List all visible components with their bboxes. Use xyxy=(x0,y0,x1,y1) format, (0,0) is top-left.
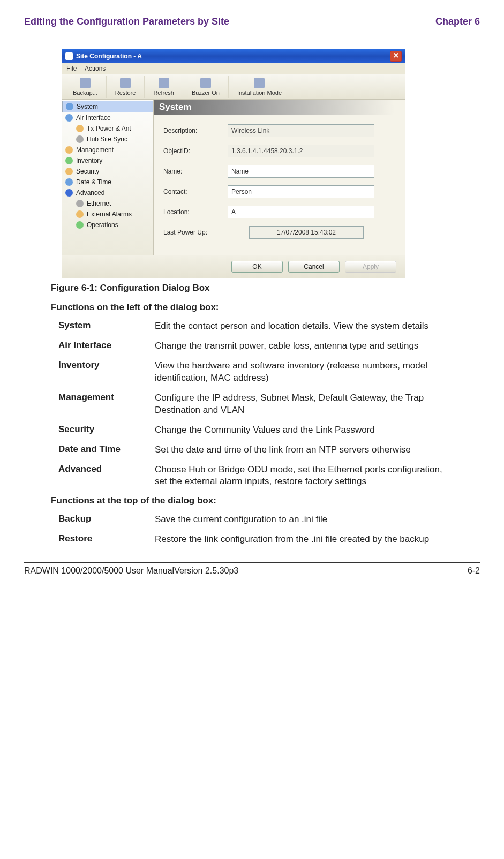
last-power-label: Last Power Up: xyxy=(163,229,228,236)
window-title: Site Configuration - A xyxy=(76,52,142,60)
contact-label: Contact: xyxy=(163,188,228,195)
toolbar-restore-label: Restore xyxy=(115,89,136,96)
def-term: Advanced xyxy=(58,464,155,488)
sidebar-item-label: Operations xyxy=(87,221,118,229)
def-row: Management Configure the IP address, Sub… xyxy=(58,392,448,417)
sidebar-item-datetime[interactable]: Date & Time xyxy=(62,177,153,187)
sidebar-item-advanced[interactable]: Advanced xyxy=(62,187,153,198)
inventory-icon xyxy=(65,157,73,164)
row-objectid: ObjectID: 1.3.6.1.4.1.4458.20.3.1.2 xyxy=(163,145,394,157)
sidebar-item-management[interactable]: Management xyxy=(62,145,153,155)
objectid-label: ObjectID: xyxy=(163,147,228,155)
sidebar-item-label: Security xyxy=(76,168,99,175)
toolbar-buzzer-label: Buzzer On xyxy=(192,89,220,96)
titlebar: Site Configuration - A ✕ xyxy=(62,49,405,63)
sidebar-item-security[interactable]: Security xyxy=(62,166,153,177)
row-description: Description: Wireless Link xyxy=(163,124,394,137)
menubar: File Actions xyxy=(62,63,405,74)
def-desc: Change the transmit power, cable loss, a… xyxy=(155,340,448,352)
sidebar-item-inventory[interactable]: Inventory xyxy=(62,155,153,166)
sidebar-item-label: Management xyxy=(76,146,114,154)
def-desc: Restore the link configuration from the … xyxy=(155,533,448,546)
page-footer: RADWIN 1000/2000/5000 User ManualVersion… xyxy=(24,563,480,576)
clock-icon xyxy=(65,178,73,186)
def-row: Advanced Choose Hub or Bridge ODU mode, … xyxy=(58,464,448,488)
refresh-icon xyxy=(159,78,169,88)
sidebar-item-air-interface[interactable]: Air Interface xyxy=(62,112,153,123)
contact-input[interactable]: Person xyxy=(228,185,374,198)
def-desc: Change the Community Values and the Link… xyxy=(155,424,448,436)
def-desc: Configure the IP address, Subnet Mask, D… xyxy=(155,392,448,417)
location-label: Location: xyxy=(163,208,228,216)
advanced-icon xyxy=(65,189,73,197)
def-term: System xyxy=(58,320,155,333)
name-input[interactable]: Name xyxy=(228,165,374,178)
sidebar-item-system[interactable]: System xyxy=(62,101,153,112)
sidebar-item-label: Tx Power & Ant xyxy=(87,125,131,132)
def-term: Security xyxy=(58,424,155,436)
toolbar-buzzer[interactable]: Buzzer On xyxy=(183,76,229,98)
name-label: Name: xyxy=(163,168,228,175)
ok-button[interactable]: OK xyxy=(231,261,283,273)
menu-actions[interactable]: Actions xyxy=(85,65,106,72)
def-term: Air Interface xyxy=(58,340,155,352)
section-left-title: Functions on the left of the dialog box: xyxy=(51,302,480,313)
def-term: Restore xyxy=(58,533,155,546)
sidebar-item-ethernet[interactable]: Ethernet xyxy=(62,198,153,209)
sidebar-item-label: External Alarms xyxy=(87,210,132,218)
sidebar-item-external-alarms[interactable]: External Alarms xyxy=(62,209,153,220)
sidebar-item-label: System xyxy=(77,103,98,110)
button-row: OK Cancel Apply xyxy=(62,255,405,278)
air-interface-icon xyxy=(65,114,73,122)
row-name: Name: Name xyxy=(163,165,394,178)
header-right: Chapter 6 xyxy=(435,16,480,27)
cancel-button[interactable]: Cancel xyxy=(288,261,340,273)
apply-button: Apply xyxy=(345,261,396,273)
toolbar-refresh-label: Refresh xyxy=(153,89,174,96)
def-term: Backup xyxy=(58,514,155,526)
def-term: Date and Time xyxy=(58,444,155,456)
section-top-title: Functions at the top of the dialog box: xyxy=(51,495,480,506)
location-input[interactable]: A xyxy=(228,206,374,218)
def-term: Inventory xyxy=(58,360,155,385)
close-icon[interactable]: ✕ xyxy=(390,51,402,62)
toolbar-restore[interactable]: Restore xyxy=(107,76,145,98)
sidebar-item-tx-power[interactable]: Tx Power & Ant xyxy=(62,123,153,134)
sidebar-item-hub-site[interactable]: Hub Site Sync xyxy=(62,134,153,145)
folder-icon xyxy=(120,78,131,88)
last-power-field: 17/07/2008 15:43:02 xyxy=(249,226,364,239)
system-icon xyxy=(66,103,73,110)
row-location: Location: A xyxy=(163,206,394,218)
app-icon xyxy=(65,52,73,60)
def-desc: Save the current configuration to an .in… xyxy=(155,514,448,526)
toolbar-backup[interactable]: Backup... xyxy=(64,76,107,98)
sidebar-item-label: Air Interface xyxy=(76,114,111,122)
figure-wrap: Site Configuration - A ✕ File Actions Ba… xyxy=(62,49,480,278)
row-contact: Contact: Person xyxy=(163,185,394,198)
def-desc: Set the date and time of the link from a… xyxy=(155,444,448,456)
page-header: Editing the Configuration Parameters by … xyxy=(24,16,480,27)
description-label: Description: xyxy=(163,127,228,134)
toolbar-backup-label: Backup... xyxy=(73,89,97,96)
sidebar-item-operations[interactable]: Operations xyxy=(62,220,153,230)
sidebar-item-label: Hub Site Sync xyxy=(87,135,127,143)
def-row: Security Change the Community Values and… xyxy=(58,424,448,436)
description-field: Wireless Link xyxy=(228,124,374,137)
content-panel: System Description: Wireless Link Object… xyxy=(154,100,405,255)
tx-power-icon xyxy=(76,125,84,132)
install-icon xyxy=(254,78,265,88)
toolbar-install[interactable]: Installation Mode xyxy=(229,76,290,98)
config-window: Site Configuration - A ✕ File Actions Ba… xyxy=(62,49,405,278)
def-row: System Edit the contact person and locat… xyxy=(58,320,448,333)
sidebar-item-label: Advanced xyxy=(76,189,104,197)
figure-caption: Figure 6-1: Configuration Dialog Box xyxy=(51,283,480,293)
definitions-top: Backup Save the current configuration to… xyxy=(58,514,448,546)
side-panel: System Air Interface Tx Power & Ant Hub … xyxy=(62,100,154,255)
security-icon xyxy=(65,168,73,175)
management-icon xyxy=(65,146,73,154)
menu-file[interactable]: File xyxy=(66,65,77,72)
def-desc: Choose Hub or Bridge ODU mode, set the E… xyxy=(155,464,448,488)
header-left: Editing the Configuration Parameters by … xyxy=(24,16,229,27)
footer-left: RADWIN 1000/2000/5000 User ManualVersion… xyxy=(24,566,238,576)
toolbar-refresh[interactable]: Refresh xyxy=(145,76,183,98)
